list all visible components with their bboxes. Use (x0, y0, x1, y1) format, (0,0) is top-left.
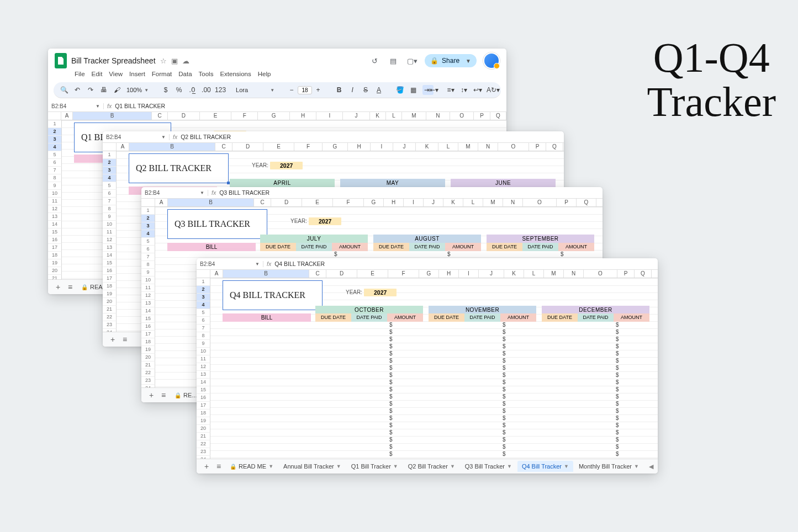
amount-cell[interactable]: $ (503, 415, 506, 421)
year-value[interactable]: 2027 (364, 289, 397, 296)
column-headers[interactable]: A B C D E F G H I J K L M N O P Q (103, 143, 564, 151)
row-header[interactable]: 20 (197, 425, 210, 433)
row-header[interactable]: 12 (103, 236, 117, 244)
amount-cell[interactable]: $ (389, 437, 393, 443)
row-header[interactable]: 3 (48, 136, 62, 143)
all-sheets-button[interactable]: ≡ (158, 391, 169, 400)
amount-cell[interactable]: $ (503, 350, 506, 357)
col-c[interactable]: C (152, 112, 168, 120)
col-n[interactable]: N (564, 270, 584, 278)
row-header[interactable]: 20 (141, 354, 155, 361)
amount-cell[interactable]: $ (503, 358, 506, 364)
add-sheet-button[interactable]: + (146, 391, 157, 400)
search-icon[interactable]: 🔍 (60, 86, 68, 94)
row-header[interactable]: 19 (141, 346, 155, 354)
row-header[interactable]: 14 (48, 221, 62, 228)
amount-cell[interactable]: $ (616, 336, 619, 342)
add-sheet-button[interactable]: + (52, 283, 64, 291)
row-header[interactable]: 18 (103, 283, 117, 290)
font-size[interactable]: −+ (288, 86, 322, 94)
row-header[interactable]: 12 (197, 363, 210, 371)
amount-cell[interactable]: $ (503, 429, 506, 435)
row-header[interactable]: 22 (141, 369, 155, 377)
row-header[interactable]: 5 (197, 309, 210, 317)
row-header[interactable]: 7 (48, 167, 62, 174)
col-g[interactable]: G (323, 143, 348, 151)
row-header[interactable]: 8 (141, 261, 155, 269)
col-e[interactable]: E (357, 270, 388, 278)
row-header[interactable]: 19 (197, 417, 210, 425)
amount-cell[interactable]: $ (616, 358, 619, 364)
amount-cell[interactable]: $ (616, 329, 619, 335)
row-header[interactable]: 4 (48, 143, 62, 151)
menu-file[interactable]: File (75, 71, 85, 77)
col-a[interactable]: A (210, 270, 223, 278)
row-header[interactable]: 17 (103, 275, 117, 283)
col-g[interactable]: G (364, 199, 384, 206)
row-header[interactable]: 1 (141, 207, 155, 215)
amount-cell[interactable]: $ (616, 401, 619, 407)
row-header[interactable]: 8 (197, 332, 210, 340)
star-icon[interactable]: ☆ (160, 57, 167, 65)
row-header[interactable]: 19 (103, 290, 117, 298)
col-i[interactable]: I (316, 112, 343, 120)
menu-help[interactable]: Help (258, 71, 271, 77)
col-k[interactable]: K (370, 112, 386, 120)
col-o[interactable]: O (498, 143, 529, 151)
col-c[interactable]: C (254, 199, 271, 206)
amount-cell[interactable]: $ (503, 336, 506, 342)
row-header[interactable]: 12 (48, 205, 62, 213)
tab-q4[interactable]: Q4 Bill Tracker▼ (517, 461, 573, 472)
name-box[interactable]: B2:B4▼ (48, 103, 104, 109)
comment-icon[interactable]: ▤ (387, 55, 399, 67)
amount-cell[interactable]: $ (616, 350, 619, 357)
amount-cell[interactable]: $ (389, 329, 393, 335)
row-header[interactable]: 15 (103, 259, 117, 267)
col-m[interactable]: M (544, 270, 564, 278)
name-box[interactable]: B2:B4▼ (141, 190, 208, 196)
col-q[interactable]: Q (490, 112, 506, 120)
col-h[interactable]: H (290, 112, 316, 120)
fx-value[interactable]: Q4 BILL TRACKER (274, 260, 325, 267)
row-header[interactable]: 16 (197, 394, 210, 402)
amount-cell[interactable]: $ (503, 437, 506, 443)
row-header[interactable]: 10 (48, 190, 62, 198)
amount-cell[interactable]: $ (389, 408, 393, 414)
col-l[interactable]: L (463, 199, 483, 206)
row-header[interactable]: 8 (103, 205, 117, 213)
col-d[interactable]: D (271, 199, 302, 206)
row-header[interactable]: 19 (48, 259, 62, 267)
col-b[interactable]: B (129, 143, 215, 151)
percent-icon[interactable]: % (175, 86, 183, 94)
amount-cell[interactable]: $ (389, 358, 393, 364)
row-header[interactable]: 11 (103, 228, 117, 236)
col-k[interactable]: K (443, 199, 463, 206)
col-c[interactable]: C (215, 143, 232, 151)
col-p[interactable]: P (557, 199, 577, 206)
col-o[interactable]: O (450, 112, 474, 120)
col-l[interactable]: L (386, 112, 402, 120)
col-d[interactable]: D (232, 143, 263, 151)
amount-cell[interactable]: $ (503, 365, 506, 371)
row-header[interactable]: 18 (48, 252, 62, 259)
col-h[interactable]: H (384, 199, 404, 206)
col-c[interactable]: C (309, 270, 326, 278)
row-header[interactable]: 13 (141, 300, 155, 307)
row-header[interactable]: 15 (48, 228, 62, 236)
grid[interactable]: A B C D E F G H I J K L M N O P Q 123456… (197, 270, 658, 474)
all-sheets-button[interactable]: ≡ (119, 335, 130, 344)
col-k[interactable]: K (504, 270, 524, 278)
row-header[interactable]: 4 (103, 174, 117, 182)
row-headers[interactable]: 1234567891011121314151617181920212223242… (141, 207, 155, 402)
amount-cell[interactable]: $ (503, 444, 506, 450)
row-header[interactable]: 10 (141, 276, 155, 284)
row-header[interactable]: 9 (103, 213, 117, 221)
col-p[interactable]: P (617, 270, 635, 278)
col-e[interactable]: E (302, 199, 333, 206)
amount-cell[interactable]: $ (503, 393, 506, 400)
scroll-left-icon[interactable]: ◀ (649, 463, 653, 470)
row-header[interactable]: 5 (48, 151, 62, 159)
row-header[interactable]: 23 (141, 377, 155, 385)
column-headers[interactable]: A B C D E F G H I J K L M N O P Q (48, 112, 506, 120)
amount-cell[interactable]: $ (334, 251, 337, 257)
